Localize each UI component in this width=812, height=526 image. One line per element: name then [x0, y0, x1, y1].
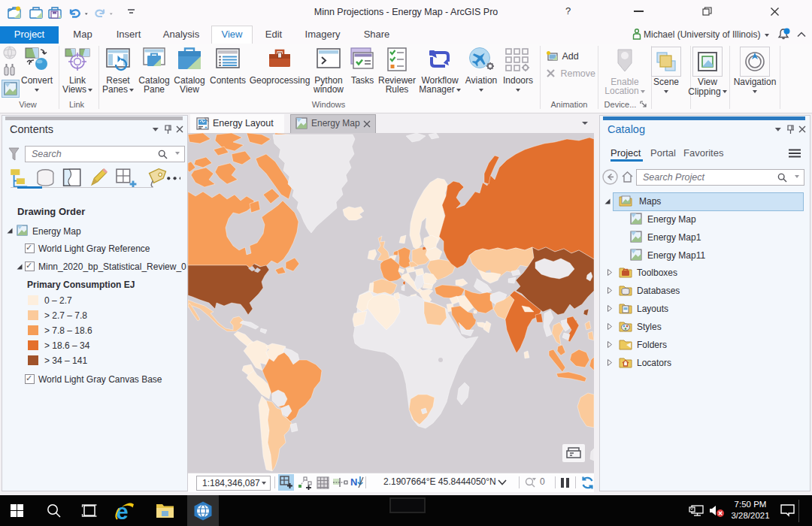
svg-text:N: N [350, 476, 357, 488]
